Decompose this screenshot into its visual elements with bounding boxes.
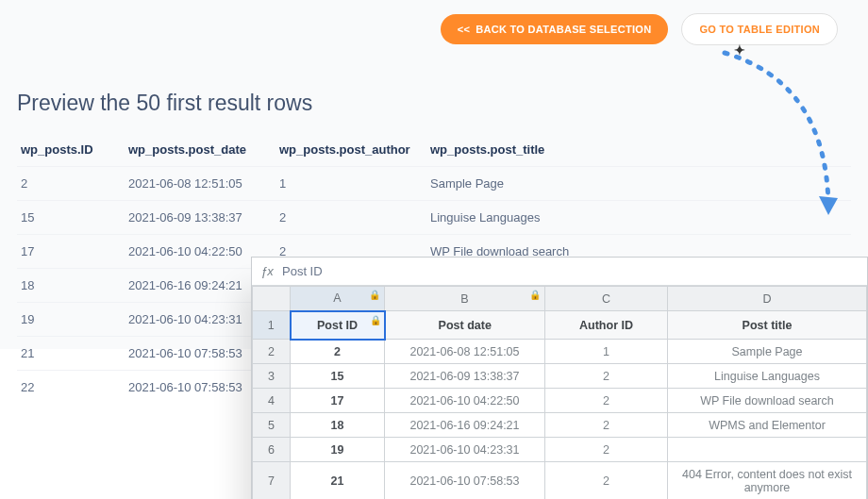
cell: 19	[17, 303, 121, 337]
cell: 2021-06-10 04:22:50	[121, 235, 272, 269]
cell[interactable]: 2021-06-16 09:24:21	[385, 413, 545, 438]
selected-cell[interactable]: Post ID 🔒	[291, 311, 385, 340]
table-row: 152021-06-09 13:38:372Linguise Languages	[17, 201, 851, 235]
cell: 2021-06-09 13:38:37	[121, 201, 272, 235]
row-header[interactable]: 6	[253, 438, 291, 462]
cell[interactable]: WP File download search	[668, 389, 867, 413]
cell[interactable]: 2021-06-08 12:51:05	[385, 340, 545, 364]
col-header-a[interactable]: A 🔒	[291, 287, 385, 311]
corner-cell[interactable]	[253, 287, 291, 311]
row-header[interactable]: 5	[253, 413, 291, 438]
col-header: wp_posts.ID	[17, 133, 121, 167]
cursor-icon: ✦	[734, 42, 745, 58]
sheet-header-row: 1 Post ID 🔒 Post date Author ID Post tit…	[253, 311, 867, 340]
cell[interactable]: 19	[291, 438, 385, 462]
cell[interactable]: 1	[545, 340, 668, 364]
lock-icon: 🔒	[369, 290, 380, 300]
cell[interactable]: 2021-06-10 07:58:53	[385, 462, 545, 500]
spreadsheet-grid[interactable]: A 🔒 B 🔒 C D 1 Post ID 🔒 Post date Auth	[252, 286, 867, 499]
sheet-row: 6192021-06-10 04:23:312	[253, 438, 867, 462]
cell[interactable]: Linguise Languages	[668, 364, 867, 389]
cell[interactable]: Post date	[385, 311, 545, 340]
row-header[interactable]: 2	[253, 340, 291, 364]
col-header: wp_posts.post_author	[272, 133, 423, 167]
cell: 15	[17, 201, 121, 235]
sheet-row: 7212021-06-10 07:58:532404 Error, conten…	[253, 462, 867, 500]
back-button-label: BACK TO DATABASE SELECTION	[476, 24, 651, 35]
spreadsheet-panel: ƒx Post ID A 🔒 B 🔒 C D 1	[251, 257, 868, 499]
cell: 1	[272, 167, 423, 201]
cell: 17	[17, 235, 121, 269]
cell[interactable]: 17	[291, 389, 385, 413]
cell: 21	[17, 337, 121, 371]
sheet-row: 5182021-06-16 09:24:212WPMS and Elemento…	[253, 413, 867, 438]
formula-bar[interactable]: ƒx Post ID	[252, 258, 867, 286]
page-title: Preview the 50 first result rows	[17, 91, 851, 116]
cell[interactable]: 15	[291, 364, 385, 389]
cell[interactable]: Sample Page	[668, 340, 867, 364]
row-header[interactable]: 1	[253, 311, 291, 340]
col-header-d[interactable]: D	[668, 287, 867, 311]
cell: 18	[17, 269, 121, 303]
cell[interactable]	[668, 438, 867, 462]
table-row: 22021-06-08 12:51:051Sample Page	[17, 167, 851, 201]
col-header: wp_posts.post_date	[121, 133, 272, 167]
col-header: wp_posts.post_title	[423, 133, 851, 167]
cell[interactable]: 2	[545, 462, 668, 500]
cell: 2	[17, 167, 121, 201]
cell[interactable]: 2021-06-10 04:23:31	[385, 438, 545, 462]
cell[interactable]: 2021-06-09 13:38:37	[385, 364, 545, 389]
sheet-row: 3152021-06-09 13:38:372Linguise Language…	[253, 364, 867, 389]
row-header[interactable]: 3	[253, 364, 291, 389]
formula-value: Post ID	[282, 264, 323, 278]
cell[interactable]: 18	[291, 413, 385, 438]
cell[interactable]: Author ID	[545, 311, 668, 340]
row-header[interactable]: 7	[253, 462, 291, 500]
sheet-row: 4172021-06-10 04:22:502WP File download …	[253, 389, 867, 413]
cell[interactable]: 2	[545, 389, 668, 413]
cell: Sample Page	[423, 167, 851, 201]
cell[interactable]: 2	[545, 438, 668, 462]
sheet-row: 222021-06-08 12:51:051Sample Page	[253, 340, 867, 364]
cell: 22	[17, 371, 121, 405]
cell[interactable]: 21	[291, 462, 385, 500]
cell: 2	[272, 201, 423, 235]
chevron-left-icon: <<	[458, 24, 470, 35]
cell[interactable]: WPMS and Elementor	[668, 413, 867, 438]
cell[interactable]: 2	[545, 413, 668, 438]
cell: 2021-06-10 07:58:53	[121, 371, 272, 405]
lock-icon: 🔒	[529, 290, 541, 300]
cell: 2021-06-10 04:23:31	[121, 303, 272, 337]
cell[interactable]: Post title	[668, 311, 867, 340]
row-header[interactable]: 4	[253, 389, 291, 413]
cell[interactable]: 404 Error, content does not exist anymor…	[668, 462, 867, 500]
cell: 2021-06-16 09:24:21	[121, 269, 272, 303]
col-header-c[interactable]: C	[545, 287, 668, 311]
lock-icon: 🔒	[370, 315, 381, 325]
cell[interactable]: 2021-06-10 04:22:50	[385, 389, 545, 413]
cell: 2021-06-10 07:58:53	[121, 337, 272, 371]
cell[interactable]: 2	[291, 340, 385, 364]
cell: 2021-06-08 12:51:05	[121, 167, 272, 201]
cell[interactable]: 2	[545, 364, 668, 389]
cell: Linguise Languages	[423, 201, 851, 235]
edit-button-label: GO TO TABLE EDITION	[699, 24, 820, 35]
back-to-db-button[interactable]: << BACK TO DATABASE SELECTION	[441, 14, 669, 44]
fx-icon: ƒx	[252, 264, 282, 278]
col-header-b[interactable]: B 🔒	[385, 287, 545, 311]
go-to-table-edition-button[interactable]: GO TO TABLE EDITION ✦	[681, 13, 838, 45]
